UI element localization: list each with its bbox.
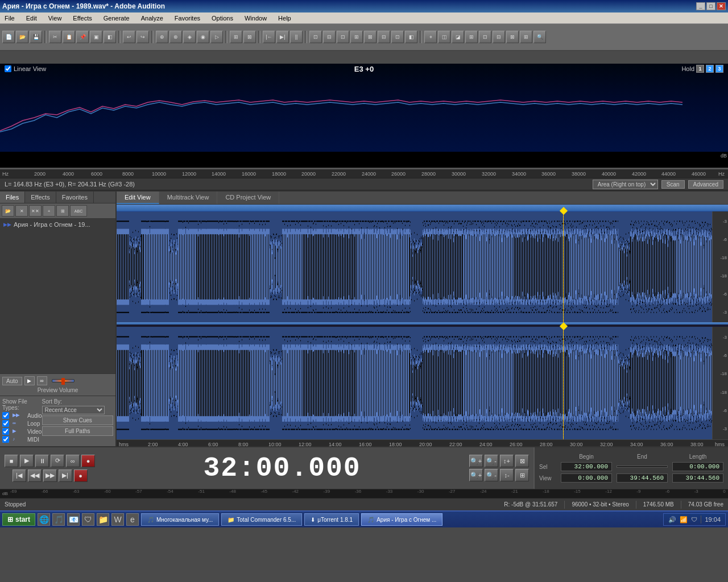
btn-rec2[interactable]: ● — [74, 469, 88, 482]
toolbar-btn10[interactable]: ▷ — [210, 31, 223, 43]
video-checkbox[interactable] — [2, 428, 9, 435]
toolbar-btn6[interactable]: ⊕ — [156, 31, 168, 43]
spectrum-canvas[interactable] — [0, 64, 728, 152]
file-import[interactable]: 📂 — [2, 205, 14, 217]
toolbar-btn23[interactable]: ⌖ — [424, 31, 437, 43]
menu-file[interactable]: File — [2, 14, 17, 23]
btn-goto-start[interactable]: |◀ — [13, 469, 26, 482]
toolbar-btn11[interactable]: ⊞ — [230, 31, 242, 43]
menu-help[interactable]: Help — [276, 14, 293, 23]
toolbar-paste[interactable]: 📌 — [76, 31, 89, 43]
menu-generate[interactable]: Generate — [101, 14, 132, 23]
btn-loop-play[interactable]: ⟳ — [51, 455, 64, 467]
volume-slider[interactable] — [52, 379, 75, 383]
toolbar-play-select[interactable]: ▶| — [276, 31, 289, 43]
linear-view-check[interactable] — [5, 65, 11, 72]
zoom-out2[interactable]: 🔍- — [485, 469, 498, 481]
auto-button[interactable]: Auto — [2, 377, 22, 385]
waveform-display[interactable]: -3 -6 -18 -18 -6 -3 — [117, 205, 728, 446]
toolbar-open[interactable]: 📂 — [16, 31, 28, 43]
menu-favorites[interactable]: Favorites — [172, 14, 202, 23]
quicklaunch-folder[interactable]: 📁 — [97, 513, 109, 526]
quicklaunch-media[interactable]: 🎵 — [52, 513, 65, 526]
toolbar-btn25[interactable]: ◪ — [452, 31, 464, 43]
toolbar-btn4[interactable]: ▣ — [90, 31, 102, 43]
zoom-in-h[interactable]: 🔍+ — [469, 455, 483, 467]
toolbar-btn31[interactable]: 🔍 — [533, 31, 546, 43]
toolbar-btn15[interactable]: ⊡ — [309, 31, 322, 43]
toolbar-btn22[interactable]: ◧ — [405, 31, 417, 43]
menu-view[interactable]: View — [46, 14, 64, 23]
file-btn6[interactable]: ABC — [70, 205, 87, 217]
file-new[interactable]: + — [43, 205, 55, 217]
list-item[interactable]: ▶▶ Ария - Игра с Огнем - 19... — [1, 220, 114, 229]
toolbar-undo[interactable]: ↩ — [123, 31, 135, 43]
toolbar-btn28[interactable]: ⊟ — [493, 31, 505, 43]
btn-loop2[interactable]: ∞ — [66, 455, 80, 467]
scan-button[interactable]: Scan — [661, 180, 685, 189]
quicklaunch-word[interactable]: W — [111, 513, 124, 526]
toolbar-btn30[interactable]: ⊞ — [520, 31, 532, 43]
minimize-button[interactable]: _ — [696, 2, 705, 10]
taskbar-program-1[interactable]: 🎵 Многоканальная му... — [141, 513, 219, 526]
full-paths-button[interactable]: Full Paths — [42, 426, 113, 436]
btn-goto-end[interactable]: ▶| — [59, 469, 72, 482]
taskbar-program-3[interactable]: ⬇ μTorrent 1.8.1 — [304, 513, 359, 526]
sort-dropdown[interactable]: Recent Acce — [42, 406, 105, 414]
toolbar-btn12[interactable]: ⊠ — [243, 31, 256, 43]
zoom-in2[interactable]: 🔍+ — [469, 469, 483, 481]
play-button[interactable]: ▶ — [24, 376, 35, 385]
menu-analyze[interactable]: Analyze — [139, 14, 166, 23]
btn-record[interactable]: ● — [81, 455, 95, 467]
toolbar-btn16[interactable]: ⊟ — [323, 31, 336, 43]
taskbar-program-4[interactable]: 🎵 Ария - Игра с Огнем ... — [361, 513, 442, 526]
btn-play[interactable]: ▶ — [20, 455, 34, 467]
tab-favorites[interactable]: Favorites — [56, 192, 94, 203]
hold-btn-2[interactable]: 2 — [706, 65, 714, 73]
toolbar-btn19[interactable]: ⊠ — [364, 31, 377, 43]
tab-cd-project[interactable]: CD Project View — [217, 192, 279, 204]
btn-next[interactable]: ▶▶ — [43, 469, 57, 482]
toolbar-btn14[interactable]: || — [290, 31, 303, 43]
quicklaunch-ie[interactable]: 🌐 — [38, 513, 50, 526]
toolbar-btn18[interactable]: ⊞ — [350, 31, 363, 43]
zoom-out-h[interactable]: 🔍- — [485, 455, 498, 467]
taskbar-program-2[interactable]: 📁 Total Commander 6.5... — [221, 513, 302, 526]
toolbar-btn17[interactable]: ⊡ — [337, 31, 349, 43]
tab-files[interactable]: Files — [0, 192, 25, 203]
toolbar-btn21[interactable]: ⊡ — [391, 31, 404, 43]
toolbar-btn20[interactable]: ⊟ — [378, 31, 390, 43]
menu-options[interactable]: Options — [209, 14, 235, 23]
advanced-button[interactable]: Advanced — [688, 180, 723, 189]
tab-edit-view[interactable]: Edit View — [117, 192, 159, 204]
maximize-button[interactable]: □ — [706, 2, 715, 10]
btn-stop[interactable]: ■ — [5, 455, 18, 467]
quicklaunch-ie2[interactable]: e — [126, 513, 139, 526]
file-close[interactable]: ✕ — [15, 205, 28, 217]
btn-pause[interactable]: ⏸ — [35, 455, 49, 467]
hold-btn-1[interactable]: 1 — [696, 65, 704, 73]
toolbar-btn24[interactable]: ◫ — [438, 31, 450, 43]
toolbar-btn7[interactable]: ⊗ — [169, 31, 182, 43]
toolbar-btn9[interactable]: ◉ — [197, 31, 209, 43]
linear-view-checkbox[interactable]: Linear View — [5, 65, 46, 72]
toolbar-new[interactable]: 📄 — [2, 31, 15, 43]
quicklaunch-email[interactable]: 📧 — [67, 513, 80, 526]
tab-effects[interactable]: Effects — [25, 192, 56, 203]
area-dropdown[interactable]: Area (Right on top) — [593, 180, 658, 189]
menu-window[interactable]: Window — [242, 14, 269, 23]
loop-button[interactable]: ∞ — [37, 376, 47, 385]
zoom-all[interactable]: ⊞ — [515, 469, 529, 481]
tab-multitrack[interactable]: Multitrack View — [159, 192, 218, 204]
toolbar-btn29[interactable]: ⊠ — [506, 31, 519, 43]
loop-checkbox[interactable] — [2, 420, 9, 427]
zoom-out-v[interactable]: ↕- — [500, 469, 514, 481]
quicklaunch-norton[interactable]: 🛡 — [82, 513, 94, 526]
toolbar-btn27[interactable]: ⊡ — [479, 31, 491, 43]
start-button[interactable]: ⊞ start — [2, 513, 35, 526]
toolbar-btn8[interactable]: ◈ — [183, 31, 196, 43]
show-cues-button[interactable]: Show Cues — [42, 415, 113, 425]
file-btn5[interactable]: ⊞ — [56, 205, 69, 217]
midi-checkbox[interactable] — [2, 436, 9, 443]
toolbar-redo[interactable]: ↪ — [136, 31, 149, 43]
